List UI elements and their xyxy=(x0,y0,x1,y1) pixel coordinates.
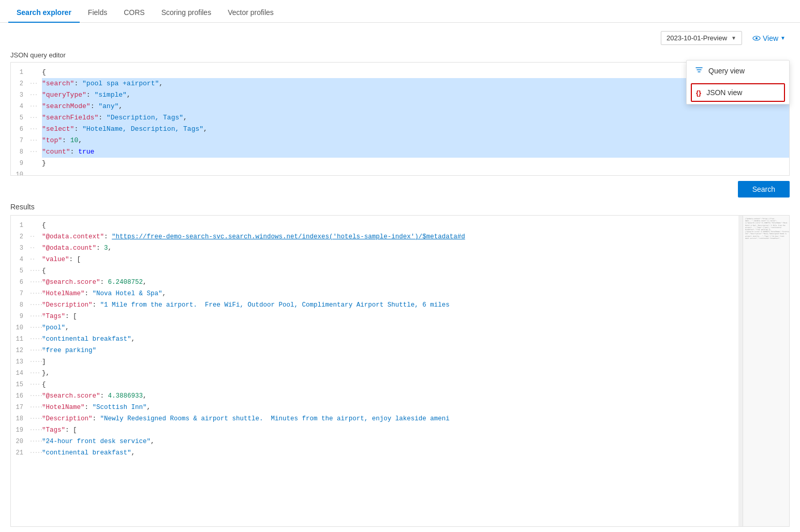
results-label: Results xyxy=(10,203,790,211)
results-editor[interactable]: {"@odata.context":"https://free-demo..."… xyxy=(10,215,790,527)
tab-vector-profiles[interactable]: Vector profiles xyxy=(219,3,282,23)
result-line-11: 11 ········ "continental breakfast", xyxy=(11,333,789,345)
result-line-1: 1 { xyxy=(11,220,789,231)
scrollbar[interactable] xyxy=(738,216,743,526)
result-line-8: 8 ······ "Description": "1 Mile from the… xyxy=(11,299,789,311)
toolbar: 2023-10-01-Preview ▼ View ▼ xyxy=(10,31,790,45)
result-line-19: 19 ······ "Tags": [ xyxy=(11,424,789,436)
result-line-15: 15 ···· { xyxy=(11,379,789,390)
editor-line-9: 9 } xyxy=(11,158,789,169)
tab-cors[interactable]: CORS xyxy=(115,3,153,23)
json-icon: {} xyxy=(696,89,701,97)
editor-line-2: 2 ··· "search": "pool spa +airport", xyxy=(11,78,789,89)
result-line-18: 18 ······ "Description": "Newly Redesign… xyxy=(11,413,789,424)
result-line-21: 21 ········ "continental breakfast", xyxy=(11,447,789,459)
result-line-6: 6 ······ "@search.score": 6.2408752, xyxy=(11,277,789,288)
editor-line-6: 6 ··· "select": "HotelName, Description,… xyxy=(11,124,789,135)
tab-fields[interactable]: Fields xyxy=(80,3,115,23)
editor-line-8: 8 ··· "count": true xyxy=(11,146,789,158)
tab-search-explorer[interactable]: Search explorer xyxy=(8,3,80,23)
result-line-16: 16 ······ "@search.score": 4.3886933, xyxy=(11,390,789,402)
result-line-17: 17 ······ "HotelName": "Scottish Inn", xyxy=(11,402,789,413)
editor-line-4: 4 ··· "searchMode": "any", xyxy=(11,101,789,112)
editor-line-1: 1 { xyxy=(11,67,789,78)
json-view-label: JSON view xyxy=(706,88,742,97)
search-button-row: Search xyxy=(10,181,790,197)
result-line-4: 4 ·· "value": [ xyxy=(11,254,789,265)
json-view-option[interactable]: {} JSON view xyxy=(691,83,785,102)
search-button[interactable]: Search xyxy=(738,181,790,197)
results-minimap: {"@odata.context":"https://free-demo..."… xyxy=(743,216,789,526)
view-button[interactable]: View ▼ xyxy=(748,32,790,45)
minimap-content: {"@odata.context":"https://free-demo..."… xyxy=(743,216,789,241)
chevron-down-icon: ▼ xyxy=(731,35,736,41)
result-line-2: 2 ·· "@odata.context": "https://free-dem… xyxy=(11,231,789,242)
result-line-3: 3 ·· "@odata.count": 3, xyxy=(11,242,789,254)
filter-icon xyxy=(695,66,703,76)
result-line-5: 5 ···· { xyxy=(11,265,789,277)
svg-point-1 xyxy=(755,37,758,39)
json-query-editor[interactable]: 1 { 2 ··· "search": "pool spa +airport",… xyxy=(10,62,790,176)
view-dropdown-menu: Query view {} JSON view xyxy=(686,60,790,104)
api-version-dropdown[interactable]: 2023-10-01-Preview ▼ xyxy=(661,31,742,45)
main-content: 2023-10-01-Preview ▼ View ▼ Query view {… xyxy=(0,23,800,532)
editor-line-7: 7 ··· "top": 10, xyxy=(11,135,789,146)
result-line-14: 14 ···· }, xyxy=(11,368,789,379)
api-version-label: 2023-10-01-Preview xyxy=(666,34,727,42)
editor-line-3: 3 ··· "queryType": "simple", xyxy=(11,89,789,101)
chevron-down-icon-view: ▼ xyxy=(780,35,786,41)
tab-bar: Search explorer Fields CORS Scoring prof… xyxy=(0,0,800,23)
eye-icon xyxy=(752,34,761,42)
result-line-20: 20 ········ "24-hour front desk service"… xyxy=(11,436,789,447)
view-label: View xyxy=(763,34,778,42)
editor-label: JSON query editor xyxy=(10,51,790,59)
result-line-9: 9 ······ "Tags": [ xyxy=(11,311,789,322)
editor-line-10: 10 xyxy=(11,169,789,176)
query-view-label: Query view xyxy=(708,67,745,75)
result-line-13: 13 ······ ] xyxy=(11,356,789,368)
editor-line-5: 5 ··· "searchFields": "Description, Tags… xyxy=(11,112,789,124)
result-line-7: 7 ······ "HotelName": "Nova Hotel & Spa"… xyxy=(11,288,789,299)
result-line-10: 10 ········ "pool", xyxy=(11,322,789,333)
tab-scoring-profiles[interactable]: Scoring profiles xyxy=(153,3,220,23)
result-line-12: 12 ········ "free parking" xyxy=(11,345,789,356)
query-view-option[interactable]: Query view xyxy=(687,60,789,81)
